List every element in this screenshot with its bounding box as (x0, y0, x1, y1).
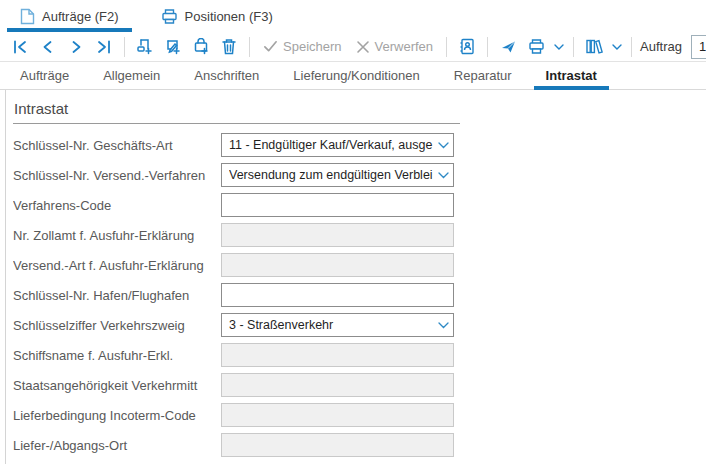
form-row: Liefer-/Abgangs-Ort (13, 433, 706, 457)
check-icon (263, 39, 278, 54)
tab-label: Aufträge (F2) (42, 9, 119, 24)
intrastat-panel: Intrastat Schlüssel-Nr. Geschäfts-Art 11… (5, 90, 706, 464)
order-window: Aufträge (F2) Positionen (F3) (0, 0, 706, 465)
sub-tab-label: Reparatur (454, 68, 512, 83)
duplicate-record-button[interactable] (161, 35, 185, 59)
form-row: Schlüssel-Nr. Geschäfts-Art 11 - Endgült… (13, 133, 706, 157)
field-label: Schlüssel-Nr. Hafen/Flughafen (13, 288, 221, 303)
tab-label: Positionen (F3) (185, 9, 273, 24)
field-label: Nr. Zollamt f. Ausfuhr-Erklärung (13, 228, 221, 243)
discard-button[interactable]: Verwerfen (351, 35, 439, 59)
print-dropdown-chevron-icon[interactable] (552, 35, 565, 59)
field-input (221, 433, 454, 457)
sub-tab-lieferung-konditionen[interactable]: Lieferung/Konditionen (281, 62, 432, 89)
positions-icon (161, 8, 178, 25)
save-button[interactable]: Speichern (258, 35, 347, 59)
form-row: Verfahrens-Code (13, 193, 706, 217)
sub-tab-label: Lieferung/Konditionen (293, 68, 420, 83)
section-tab-bar: Aufträge Allgemein Anschriften Lieferung… (0, 62, 706, 90)
field-label: Schlüssel-Nr. Versend.-Verfahren (13, 168, 221, 183)
form-row: Versend.-Art f. Ausfuhr-Erklärung (13, 253, 706, 277)
sub-tab-intrastat[interactable]: Intrastat (534, 62, 609, 89)
field-label: Verfahrens-Code (13, 198, 221, 213)
address-book-button[interactable] (455, 35, 479, 59)
auftrag-number-combobox[interactable]: 100013 (691, 35, 706, 59)
toolbar-separator (446, 37, 447, 57)
form-fields: Schlüssel-Nr. Geschäfts-Art 11 - Endgült… (13, 133, 706, 457)
field-input (221, 343, 454, 367)
toolbar-separator (249, 37, 250, 57)
new-record-button[interactable] (133, 35, 157, 59)
toolbar-separator (124, 37, 125, 57)
last-record-button[interactable] (92, 35, 116, 59)
field-input (221, 223, 454, 247)
x-icon (356, 40, 370, 54)
field-input[interactable] (221, 283, 454, 307)
sub-tab-reparatur[interactable]: Reparatur (442, 62, 524, 89)
field-label: Staatsangehörigkeit Verkehrmitt (13, 378, 221, 393)
add-item-button[interactable] (189, 35, 213, 59)
section-divider (13, 123, 460, 124)
field-label: Lieferbedingung Incoterm-Code (13, 408, 221, 423)
field-label: Schiffsname f. Ausfuhr-Erkl. (13, 348, 221, 363)
reports-dropdown-chevron-icon[interactable] (610, 35, 623, 59)
form-row: Schiffsname f. Ausfuhr-Erkl. (13, 343, 706, 367)
field-input (221, 373, 454, 397)
form-row: Lieferbedingung Incoterm-Code (13, 403, 706, 427)
auftrag-group: Auftrag 100013 (640, 34, 706, 59)
sub-tab-label: Allgemein (103, 68, 160, 83)
auftrag-number-value: 100013 (699, 39, 706, 54)
field-label: Schlüssel-Nr. Geschäfts-Art (13, 138, 221, 153)
chevron-down-icon (438, 142, 449, 149)
form-row: Nr. Zollamt f. Ausfuhr-Erklärung (13, 223, 706, 247)
next-record-button[interactable] (64, 35, 88, 59)
form-row: Staatsangehörigkeit Verkehrmitt (13, 373, 706, 397)
auftrag-label: Auftrag (640, 39, 682, 54)
sub-tab-label: Intrastat (546, 68, 597, 83)
send-button[interactable] (496, 35, 520, 59)
previous-record-button[interactable] (36, 35, 60, 59)
chevron-down-icon (438, 172, 449, 179)
form-row: Schlüssel-Nr. Versend.-Verfahren Versend… (13, 163, 706, 187)
discard-label: Verwerfen (375, 39, 434, 54)
save-label: Speichern (283, 39, 342, 54)
field-label: Schlüsselziffer Verkehrszweig (13, 318, 221, 333)
sub-tab-label: Anschriften (194, 68, 259, 83)
field-input (221, 403, 454, 427)
tab-positionen[interactable]: Positionen (F3) (148, 0, 286, 32)
main-toolbar: Speichern Verwerfen Au (0, 32, 706, 62)
toolbar-separator (631, 37, 632, 57)
field-label: Liefer-/Abgangs-Ort (13, 438, 221, 453)
field-label: Versend.-Art f. Ausfuhr-Erklärung (13, 258, 221, 273)
toolbar-separator (487, 37, 488, 57)
field-combobox[interactable]: 11 - Endgültiger Kauf/Verkauf, ausge (221, 133, 454, 157)
form-row: Schlüsselziffer Verkehrszweig 3 - Straße… (13, 313, 706, 337)
chevron-down-icon (438, 322, 449, 329)
sub-tab-allgemein[interactable]: Allgemein (91, 62, 172, 89)
first-record-button[interactable] (8, 35, 32, 59)
section-title: Intrastat (13, 100, 706, 117)
sub-tab-anschriften[interactable]: Anschriften (182, 62, 271, 89)
sub-tab-label: Aufträge (20, 68, 69, 83)
field-combobox[interactable]: 3 - Straßenverkehr (221, 313, 454, 337)
field-input (221, 253, 454, 277)
page-icon (20, 8, 35, 25)
tab-auftraege[interactable]: Aufträge (F2) (7, 0, 132, 32)
field-combobox[interactable]: Versendung zum endgültigen Verblei (221, 163, 454, 187)
combobox-value: 11 - Endgültiger Kauf/Verkauf, ausge (229, 138, 438, 152)
sub-tab-auftr-ge[interactable]: Aufträge (8, 62, 81, 89)
form-row: Schlüssel-Nr. Hafen/Flughafen (13, 283, 706, 307)
toolbar-separator (573, 37, 574, 57)
combobox-value: Versendung zum endgültigen Verblei (229, 168, 438, 182)
delete-button[interactable] (217, 35, 241, 59)
document-tab-bar: Aufträge (F2) Positionen (F3) (0, 0, 706, 32)
print-button[interactable] (524, 35, 548, 59)
combobox-value: 3 - Straßenverkehr (229, 318, 438, 332)
reports-button[interactable] (582, 35, 606, 59)
field-input[interactable] (221, 193, 454, 217)
